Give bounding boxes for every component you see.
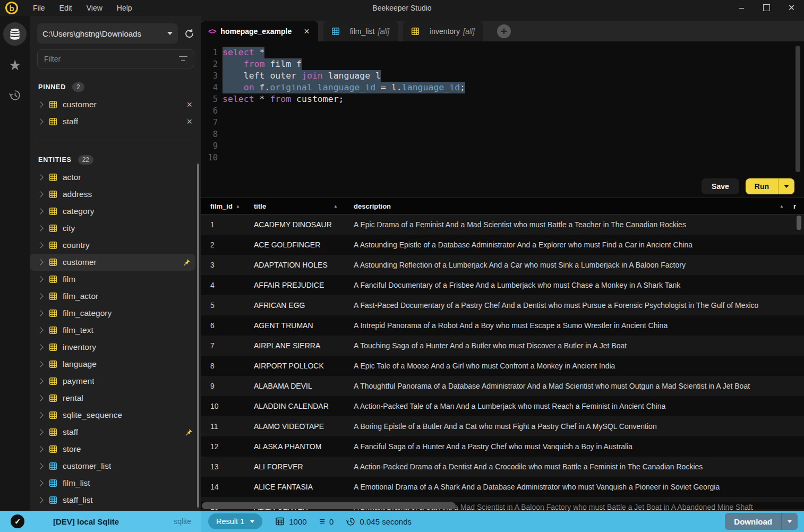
tab-inventory[interactable]: inventory[all]	[403, 21, 483, 41]
expand-chevron-icon[interactable]	[37, 480, 43, 486]
pin-icon[interactable]	[185, 428, 192, 436]
entity-item-city[interactable]: city	[30, 220, 201, 237]
menu-edit[interactable]: Edit	[59, 4, 72, 12]
table-row[interactable]: 9ALABAMA DEVILA Thoughtful Panorama of a…	[201, 376, 804, 396]
expand-chevron-icon[interactable]	[37, 101, 43, 107]
menu-file[interactable]: File	[33, 4, 45, 12]
entity-item-language[interactable]: language	[30, 356, 201, 373]
close-button[interactable]: ✕	[779, 0, 804, 16]
sort-icon[interactable]: ▲	[780, 204, 784, 209]
table-row[interactable]: 10ALADDIN CALENDARA Action-Packed Tale o…	[201, 396, 804, 416]
entity-item-staff_list[interactable]: staff_list	[30, 492, 201, 509]
expand-chevron-icon[interactable]	[37, 446, 43, 452]
tab-homepage_example[interactable]: <>homepage_example×	[201, 21, 318, 41]
expand-chevron-icon[interactable]	[37, 259, 43, 265]
entity-item-film_category[interactable]: film_category	[30, 305, 201, 322]
table-row[interactable]: 13ALI FOREVERA Action-Packed Drama of a …	[201, 457, 804, 477]
table-row[interactable]: 14ALICE FANTASIAA Emotional Drama of a A…	[201, 477, 804, 497]
maximize-button[interactable]	[754, 0, 779, 16]
filter-input[interactable]: Filter	[37, 49, 194, 68]
line-number: 2	[201, 58, 218, 70]
tab-film_list[interactable]: film_list[all]	[323, 21, 398, 41]
entity-item-film[interactable]: film	[30, 271, 201, 288]
table-row[interactable]: 6AGENT TRUMANA Intrepid Panorama of a Ro…	[201, 315, 804, 336]
unpin-icon[interactable]: ×	[186, 100, 192, 109]
download-button[interactable]: Download	[725, 513, 798, 530]
entity-item-film_list[interactable]: film_list	[30, 475, 201, 492]
column-header-description[interactable]: description▲	[344, 198, 790, 214]
table-row[interactable]: 12ALASKA PHANTOMA Fanciful Saga of a Hun…	[201, 436, 804, 457]
sql-editor[interactable]: 1select *2 from film f3 left outer join …	[201, 41, 804, 175]
entity-item-address[interactable]: address	[30, 186, 201, 203]
minimize-button[interactable]: –	[729, 0, 754, 16]
download-dropdown-caret[interactable]	[782, 520, 798, 523]
expand-chevron-icon[interactable]	[37, 242, 43, 248]
refresh-icon[interactable]	[184, 29, 194, 39]
sort-icon[interactable]: ▲	[333, 204, 338, 209]
expand-chevron-icon[interactable]	[37, 344, 43, 350]
table-row[interactable]: 7AIRPLANE SIERRAA Touching Saga of a Hun…	[201, 336, 804, 356]
sort-icon[interactable]: ▲	[236, 204, 240, 209]
expand-chevron-icon[interactable]	[37, 429, 43, 435]
table-row[interactable]: 1ACADEMY DINOSAURA Epic Drama of a Femin…	[201, 214, 804, 235]
pin-icon[interactable]	[183, 259, 190, 266]
entity-item-film_text[interactable]: film_text	[30, 322, 201, 339]
column-header-film_id[interactable]: film_id▲	[201, 198, 244, 214]
tables-nav-icon[interactable]	[3, 22, 27, 46]
table-row[interactable]: 11ALAMO VIDEOTAPEA Boring Epistle of a B…	[201, 416, 804, 436]
entity-item-sqlite_sequence[interactable]: sqlite_sequence	[30, 407, 201, 424]
entity-item-inventory[interactable]: inventory	[30, 339, 201, 356]
expand-chevron-icon[interactable]	[37, 225, 43, 231]
table-scrollbar-thumb[interactable]	[797, 216, 801, 230]
expand-chevron-icon[interactable]	[37, 310, 43, 316]
table-row[interactable]: 4AFFAIR PREJUDICEA Fanciful Documentary …	[201, 275, 804, 295]
sidebar-scrollbar[interactable]	[197, 164, 199, 508]
expand-chevron-icon[interactable]	[37, 293, 43, 299]
expand-chevron-icon[interactable]	[37, 395, 43, 401]
menu-view[interactable]: View	[87, 4, 102, 12]
horizontal-scrollbar[interactable]	[201, 502, 804, 509]
entity-item-customer[interactable]: customer	[30, 254, 195, 271]
expand-chevron-icon[interactable]	[37, 327, 43, 333]
expand-chevron-icon[interactable]	[37, 118, 43, 124]
save-button[interactable]: Save	[702, 178, 739, 194]
table-row[interactable]: 3ADAPTATION HOLESA Astounding Reflection…	[201, 255, 804, 275]
entity-item-category[interactable]: category	[30, 203, 201, 220]
entity-item-payment[interactable]: payment	[30, 373, 201, 390]
result-selector[interactable]: Result 1	[208, 513, 262, 529]
favorites-star-icon[interactable]: ★	[8, 58, 21, 73]
unpin-icon[interactable]: ×	[186, 117, 192, 126]
expand-chevron-icon[interactable]	[37, 463, 43, 469]
pinned-item-customer[interactable]: customer×	[30, 96, 201, 113]
expand-chevron-icon[interactable]	[37, 276, 43, 282]
editor-scrollbar[interactable]	[796, 46, 800, 172]
expand-chevron-icon[interactable]	[37, 378, 43, 384]
new-tab-button[interactable]: +	[497, 24, 511, 38]
horizontal-scrollbar-thumb[interactable]	[202, 502, 456, 509]
run-button[interactable]: Run	[746, 178, 794, 194]
pinned-item-staff[interactable]: staff×	[30, 113, 201, 130]
entity-item-film_actor[interactable]: film_actor	[30, 288, 201, 305]
expand-chevron-icon[interactable]	[37, 191, 43, 197]
expand-chevron-icon[interactable]	[37, 174, 43, 180]
column-header-partial[interactable]: r	[790, 198, 804, 214]
close-tab-icon[interactable]: ×	[304, 27, 310, 36]
expand-chevron-icon[interactable]	[37, 208, 43, 214]
column-header-title[interactable]: title▲	[244, 198, 344, 214]
expand-chevron-icon[interactable]	[37, 497, 43, 503]
table-row[interactable]: 5AFRICAN EGGA Fast-Paced Documentary of …	[201, 295, 804, 315]
history-icon[interactable]	[8, 89, 22, 102]
entity-item-customer_list[interactable]: customer_list	[30, 458, 201, 475]
table-row[interactable]: 8AIRPORT POLLOCKA Epic Tale of a Moose A…	[201, 356, 804, 376]
expand-chevron-icon[interactable]	[37, 361, 43, 367]
menu-help[interactable]: Help	[117, 4, 132, 12]
entity-item-store[interactable]: store	[30, 441, 201, 458]
run-dropdown-caret[interactable]	[779, 185, 794, 188]
expand-chevron-icon[interactable]	[37, 412, 43, 418]
table-row[interactable]: 2ACE GOLDFINGERA Astounding Epistle of a…	[201, 235, 804, 255]
entity-item-staff[interactable]: staff	[30, 424, 201, 441]
entity-item-rental[interactable]: rental	[30, 390, 201, 407]
entity-item-country[interactable]: country	[30, 237, 201, 254]
connection-selector[interactable]: C:\Users\ghstng\Downloads	[37, 23, 178, 44]
entity-item-actor[interactable]: actor	[30, 169, 201, 186]
